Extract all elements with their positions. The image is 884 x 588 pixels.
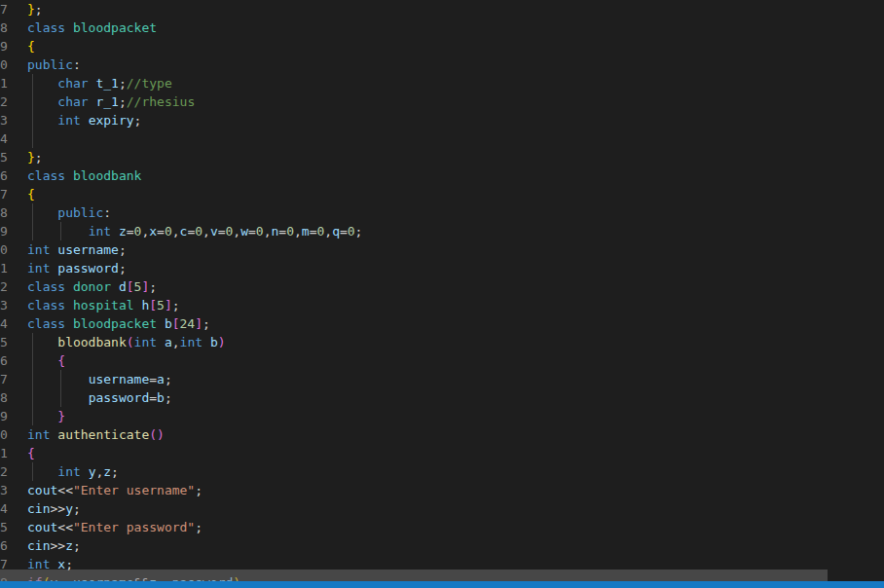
code-line[interactable]: 2 char r_1;//rhesius <box>0 92 884 111</box>
code-token: ; <box>119 242 127 257</box>
code-line[interactable]: 2 int y,z; <box>0 462 884 481</box>
line-number[interactable]: 8 <box>0 203 9 222</box>
line-number[interactable]: 1 <box>0 444 9 462</box>
line-number[interactable]: 9 <box>0 407 9 425</box>
code-line[interactable]: 3 int expiry; <box>0 111 884 129</box>
code-token: ; <box>119 94 127 109</box>
code-line[interactable]: 5 bloodbank(int a,int b) <box>0 333 884 351</box>
code-line[interactable]: 5cout<<"Enter password"; <box>0 518 884 536</box>
line-number[interactable]: 5 <box>0 148 9 166</box>
code-token: 0 <box>256 224 264 239</box>
code-line[interactable]: 7}; <box>0 0 884 18</box>
code-line[interactable]: 4 <box>0 129 884 148</box>
code-token: , <box>172 335 180 349</box>
line-number[interactable]: 4 <box>0 314 9 333</box>
code-line[interactable]: 5}; <box>0 148 884 166</box>
code-line[interactable]: 3class hospital h[5]; <box>0 296 884 314</box>
code-line[interactable]: 8class bloodpacket <box>0 18 884 37</box>
code-text: cout<<"Enter password"; <box>27 518 203 536</box>
code-token: , <box>264 224 272 239</box>
code-line[interactable]: 7 username=a; <box>0 370 884 388</box>
code-line[interactable]: 7{ <box>0 185 884 203</box>
line-number[interactable]: 9 <box>0 222 9 240</box>
code-token <box>27 409 57 423</box>
code-token: , <box>324 224 332 239</box>
code-token <box>27 390 89 405</box>
code-token: { <box>27 39 35 54</box>
code-text: char t_1;//type <box>27 74 172 92</box>
line-number[interactable]: 1 <box>0 74 9 92</box>
line-number[interactable]: 0 <box>0 55 9 74</box>
line-number[interactable]: 6 <box>0 166 9 185</box>
line-number[interactable]: 8 <box>0 18 9 37</box>
code-line[interactable]: 4cin>>y; <box>0 499 884 518</box>
line-number[interactable]: 9 <box>0 37 9 55</box>
code-token: = <box>157 224 165 239</box>
code-line[interactable]: 0public: <box>0 55 884 74</box>
code-token <box>27 113 57 128</box>
code-token: z <box>65 538 73 553</box>
line-number[interactable]: 0 <box>0 425 9 444</box>
code-line[interactable]: 4class bloodpacket b[24]; <box>0 314 884 333</box>
horizontal-scrollbar-slider[interactable] <box>0 570 828 581</box>
line-number[interactable]: 3 <box>0 481 9 499</box>
code-line[interactable]: 6 { <box>0 351 884 370</box>
line-number[interactable]: 1 <box>0 259 9 277</box>
code-token <box>27 353 57 368</box>
code-line[interactable]: 2class donor d[5]; <box>0 277 884 296</box>
code-line[interactable]: 9 int z=0,x=0,c=0,v=0,w=0,n=0,m=0,q=0; <box>0 222 884 240</box>
code-token: 0 <box>286 224 294 239</box>
code-text: } <box>27 407 65 425</box>
line-number[interactable]: 0 <box>0 240 9 259</box>
code-token: ; <box>355 224 363 239</box>
line-number[interactable]: 2 <box>0 462 9 481</box>
code-line[interactable]: 6cin>>z; <box>0 536 884 555</box>
line-number[interactable]: 2 <box>0 277 9 296</box>
code-line[interactable]: 9{ <box>0 37 884 55</box>
code-token: { <box>57 353 65 368</box>
code-line[interactable]: 1 char t_1;//type <box>0 74 884 92</box>
line-number[interactable]: 6 <box>0 351 9 370</box>
line-number[interactable]: 7 <box>0 370 9 388</box>
line-number[interactable]: 7 <box>0 0 9 18</box>
code-token <box>27 94 57 109</box>
code-token: username <box>89 372 150 386</box>
line-number[interactable]: 3 <box>0 111 9 129</box>
code-line[interactable]: 1{ <box>0 444 884 462</box>
code-token: int <box>89 224 119 239</box>
code-line[interactable]: 6class bloodbank <box>0 166 884 185</box>
code-token: b <box>165 316 172 331</box>
code-line[interactable]: 9 } <box>0 407 884 425</box>
code-line[interactable]: 8 password=b; <box>0 388 884 407</box>
line-number[interactable]: 4 <box>0 129 9 148</box>
code-token: >> <box>50 538 65 553</box>
line-number[interactable]: 5 <box>0 333 9 351</box>
code-text: }; <box>27 0 43 18</box>
code-token: = <box>149 372 157 386</box>
code-text: int expiry; <box>27 111 141 129</box>
line-number[interactable]: 4 <box>0 499 9 518</box>
line-number[interactable]: 2 <box>0 92 9 111</box>
code-text: class donor d[5]; <box>27 277 157 296</box>
code-token: a <box>157 372 165 386</box>
code-line[interactable]: 3cout<<"Enter username"; <box>0 481 884 499</box>
line-number[interactable]: 6 <box>0 536 9 555</box>
code-token: 0 <box>195 224 203 239</box>
code-token: ] <box>195 316 203 331</box>
line-number[interactable]: 3 <box>0 296 9 314</box>
code-line[interactable]: 1int password; <box>0 259 884 277</box>
code-token: , <box>294 224 302 239</box>
code-line[interactable]: 8 public: <box>0 203 884 222</box>
code-token: 0 <box>165 224 172 239</box>
line-number[interactable]: 8 <box>0 388 9 407</box>
line-number[interactable]: 7 <box>0 185 9 203</box>
code-token: ; <box>119 76 127 91</box>
line-number[interactable]: 5 <box>0 518 9 536</box>
code-token: cin <box>27 538 50 553</box>
code-token: char <box>57 76 95 91</box>
code-token: z <box>103 464 111 479</box>
code-line[interactable]: 0int authenticate() <box>0 425 884 444</box>
code-line[interactable]: 0int username; <box>0 240 884 259</box>
code-token <box>27 205 57 220</box>
code-token: "Enter password" <box>73 520 195 534</box>
